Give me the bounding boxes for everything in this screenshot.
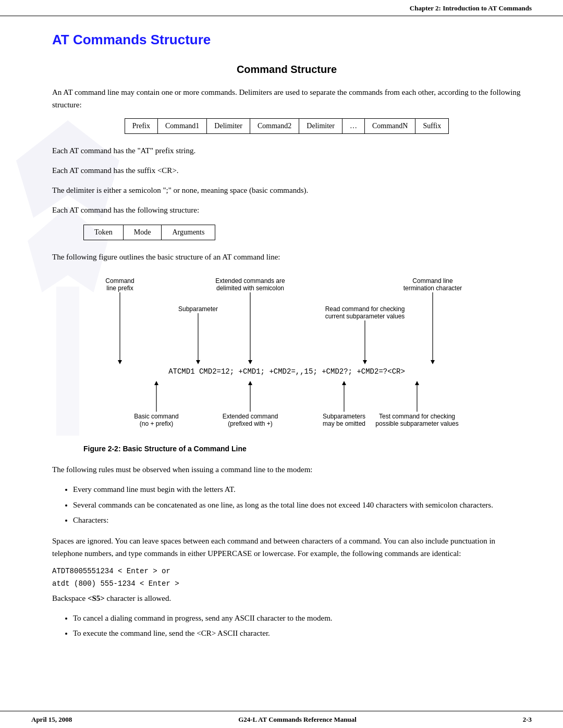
command-diagram: Command line prefix Extended commands ar…	[89, 274, 485, 440]
svg-text:possible subparameter values: possible subparameter values	[375, 420, 458, 427]
svg-text:Subparameter: Subparameter	[178, 305, 218, 313]
table-cell-suffix: Suffix	[415, 119, 449, 134]
token-cell: Token	[84, 225, 124, 240]
mode-cell: Mode	[123, 225, 162, 240]
arguments-cell: Arguments	[162, 225, 215, 240]
svg-marker-21	[363, 360, 367, 364]
svg-marker-6	[118, 360, 122, 364]
code-line-2: atdt (800) 555-1234 < Enter >	[52, 579, 521, 588]
figure-intro: The following figure outlines the basic …	[52, 251, 521, 263]
table-cell-prefix: Prefix	[125, 119, 157, 134]
table-cell-delim2: Delimiter	[299, 119, 342, 134]
chapter-header: Chapter 2: Introduction to AT Commands	[0, 0, 563, 16]
svg-text:delimited with semicolon: delimited with semicolon	[216, 285, 284, 292]
svg-marker-14	[431, 360, 435, 364]
svg-text:Basic command: Basic command	[134, 413, 178, 420]
list-item-1: Every command line must begin with the l…	[73, 483, 521, 497]
code-line-1: ATDT8005551234 < Enter > or	[52, 567, 521, 575]
header-text: Chapter 2: Introduction to AT Commands	[410, 4, 532, 12]
table-cell-cmd1: Command1	[158, 119, 207, 134]
footer-right: 2-3	[523, 715, 532, 724]
svg-text:Subparameters: Subparameters	[323, 413, 365, 420]
table-cell-cmdN: CommandN	[365, 119, 415, 134]
command-structure-table: Prefix Command1 Delimiter Command2 Delim…	[125, 118, 449, 134]
rule-2: Each AT command has the suffix <CR>.	[52, 164, 521, 177]
svg-text:may be omitted: may be omitted	[323, 420, 365, 427]
svg-marker-32	[342, 381, 346, 385]
footer: April 15, 2008 G24-L AT Commands Referen…	[0, 711, 563, 728]
page-title: AT Commands Structure	[52, 32, 521, 48]
final-bullet-list: To cancel a dialing command in progress,…	[73, 612, 521, 640]
svg-text:Command line: Command line	[412, 277, 453, 285]
figure-container: Command line prefix Extended commands ar…	[52, 274, 521, 453]
rule-3: The delimiter is either a semicolon ";" …	[52, 184, 521, 196]
intro-paragraph: An AT command line may contain one or mo…	[52, 86, 521, 111]
svg-text:line prefix: line prefix	[106, 285, 133, 292]
backspace-line: Backspace <S5> character is allowed.	[52, 592, 521, 604]
svg-text:Extended command: Extended command	[223, 413, 278, 420]
figure-caption: Figure 2-2: Basic Structure of a Command…	[52, 445, 521, 453]
final-list-item-1: To cancel a dialing command in progress,…	[73, 612, 521, 625]
list-item-2: Several commands can be concatenated as …	[73, 499, 521, 512]
backspace-code: <S5>	[88, 594, 105, 602]
final-list-item-2: To execute the command line, send the <C…	[73, 627, 521, 640]
following-rules-text: The following rules must be observed whe…	[52, 463, 521, 476]
table-cell-cmd2: Command2	[250, 119, 299, 134]
table-cell-ellipsis: …	[342, 119, 365, 134]
svg-marker-24	[154, 381, 158, 385]
table-cell-delim1: Delimiter	[207, 119, 250, 134]
list-item-3: Characters:	[73, 514, 521, 527]
svg-text:Test command for checking: Test command for checking	[379, 413, 455, 420]
svg-marker-36	[415, 381, 419, 385]
svg-text:termination character: termination character	[403, 285, 462, 292]
svg-text:(prefixed with +): (prefixed with +)	[228, 420, 273, 427]
svg-text:Read command for checking: Read command for checking	[325, 305, 405, 313]
svg-marker-17	[196, 360, 200, 364]
svg-text:(no + prefix): (no + prefix)	[140, 420, 173, 427]
svg-text:ATCMD1 CMD2=12; +CMD1; +CMD2=,: ATCMD1 CMD2=12; +CMD1; +CMD2=,,15; +CMD2…	[168, 367, 405, 376]
footer-center: G24-L AT Commands Reference Manual	[238, 715, 357, 724]
svg-marker-28	[248, 381, 252, 385]
token-table: Token Mode Arguments	[83, 225, 215, 240]
rule-1: Each AT command has the "AT" prefix stri…	[52, 144, 521, 157]
page: Chapter 2: Introduction to AT Commands A…	[0, 0, 563, 728]
main-content: AT Commands Structure Command Structure …	[0, 16, 563, 669]
svg-text:Command: Command	[105, 277, 134, 285]
section-title: Command Structure	[52, 64, 521, 76]
footer-left: April 15, 2008	[31, 715, 72, 724]
diagram-wrapper: Command line prefix Extended commands ar…	[52, 274, 521, 440]
svg-text:current subparameter values: current subparameter values	[325, 313, 405, 320]
svg-marker-10	[248, 360, 252, 364]
rules-bullet-list: Every command line must begin with the l…	[73, 483, 521, 527]
rule-4: Each AT command has the following struct…	[52, 204, 521, 216]
spaces-paragraph: Spaces are ignored. You can leave spaces…	[52, 535, 521, 560]
svg-text:Extended commands are: Extended commands are	[215, 277, 285, 285]
